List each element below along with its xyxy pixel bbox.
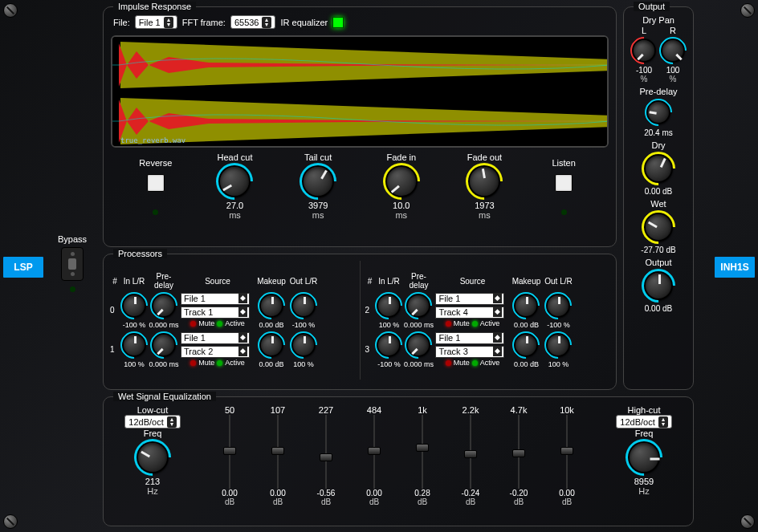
model-badge: INH1S (715, 257, 755, 278)
eq-band-freq: 2.2k (463, 405, 479, 415)
proc-num: 1 (110, 345, 120, 354)
listen-led (561, 209, 567, 215)
proc-makeup-knob[interactable] (259, 294, 283, 318)
proc-file-select[interactable]: File 1 (435, 293, 504, 305)
mute-led[interactable] (446, 321, 451, 327)
proc-predelay-value: 0.000 ms (404, 321, 434, 329)
eq-band-freq: 10k (560, 405, 574, 415)
lowcut-label: Low-cut (137, 405, 169, 415)
proc-predelay-value: 0.000 ms (149, 321, 178, 329)
fadein-knob[interactable] (385, 165, 418, 197)
eq-band-freq: 107 (271, 405, 285, 415)
proc-predelay-knob[interactable] (406, 294, 430, 318)
active-led[interactable] (472, 360, 478, 366)
active-led[interactable] (217, 360, 222, 366)
proc-out-knob[interactable] (546, 294, 570, 318)
proc-track-select[interactable]: Track 1 (181, 307, 250, 319)
proc-file-select[interactable]: File 1 (181, 293, 250, 305)
dry-knob[interactable] (644, 154, 673, 183)
tailcut-knob[interactable] (302, 165, 334, 197)
proc-in-knob[interactable] (122, 294, 146, 318)
proc-makeup-knob[interactable] (514, 294, 538, 318)
proc-predelay-knob[interactable] (152, 294, 176, 318)
file-select[interactable]: File 1▴▾ (135, 15, 177, 29)
proc-predelay-value: 0.000 ms (149, 360, 178, 368)
proc-predelay-knob[interactable] (152, 333, 176, 357)
proc-out-value: -100 % (547, 321, 570, 329)
ireq-led[interactable] (332, 17, 344, 28)
eq-band-slider[interactable] (414, 415, 430, 489)
output-panel: Output Dry Pan L -100 % R 100 % Pre-dela… (623, 6, 694, 390)
proc-track-select[interactable]: Track 4 (435, 307, 504, 319)
fft-select[interactable]: 65536▴▾ (230, 15, 276, 29)
proc-out-knob[interactable] (291, 294, 316, 318)
eq-band-gain: -0.56 (317, 489, 336, 497)
active-led[interactable] (472, 321, 478, 327)
predelay-label: Pre-delay (639, 87, 677, 96)
lowcut-freq-knob[interactable] (137, 441, 169, 473)
out-label: Output (645, 258, 671, 267)
proc-in-knob[interactable] (122, 333, 146, 357)
eq-band-gain: 0.00 (559, 489, 574, 497)
eq-panel: Wet Signal Equalization Low-cut 12dB/oct… (103, 396, 694, 526)
proc-in-value: -100 % (123, 321, 146, 329)
wet-knob[interactable] (644, 213, 673, 242)
highcut-freq-knob[interactable] (628, 441, 660, 473)
proc-makeup-knob[interactable] (514, 333, 538, 357)
impulse-response-panel: Impulse Response File: File 1▴▾ FFT fram… (103, 6, 617, 247)
proc-file-select[interactable]: File 1 (181, 332, 250, 344)
bypass-section: Bypass (58, 234, 87, 294)
headcut-label: Head cut (217, 152, 252, 162)
proc-num: 0 (110, 306, 120, 315)
mute-led[interactable] (190, 360, 196, 366)
output-title: Output (634, 2, 670, 11)
predelay-knob[interactable] (646, 100, 670, 124)
mute-led[interactable] (446, 360, 451, 366)
proc-in-knob[interactable] (377, 294, 401, 318)
screw-tr (740, 3, 755, 18)
mute-led[interactable] (190, 321, 196, 327)
bypass-label: Bypass (58, 234, 87, 244)
highcut-slope[interactable]: 12dB/oct▴▾ (616, 415, 671, 428)
proc-out-knob[interactable] (291, 333, 316, 357)
proc-makeup-knob[interactable] (259, 333, 283, 357)
eq-band-freq: 484 (367, 405, 381, 415)
eq-band-gain: 0.00 (366, 489, 381, 497)
proc-predelay-knob[interactable] (406, 333, 430, 357)
eq-band-slider[interactable] (463, 415, 479, 489)
fadeout-knob[interactable] (468, 165, 500, 197)
listen-label: Listen (552, 158, 575, 168)
eq-band-slider[interactable] (270, 415, 286, 489)
eq-band-freq: 227 (319, 405, 333, 415)
proc-file-select[interactable]: File 1 (435, 332, 504, 344)
reverse-label: Reverse (139, 158, 172, 168)
reverse-button[interactable] (147, 174, 165, 192)
eq-title: Wet Signal Equalization (113, 392, 216, 401)
proc-track-select[interactable]: Track 2 (181, 346, 250, 358)
eq-band-slider[interactable] (366, 415, 382, 489)
proc-track-select[interactable]: Track 3 (435, 346, 504, 358)
eq-band-slider[interactable] (559, 415, 575, 489)
fadeout-label: Fade out (467, 152, 502, 162)
lowcut-slope[interactable]: 12dB/oct▴▾ (124, 415, 180, 428)
headcut-knob[interactable] (218, 165, 251, 197)
proc-makeup-value: 0.00 dB (514, 321, 539, 329)
listen-button[interactable] (555, 174, 573, 192)
ireq-label: IR equalizer (280, 18, 328, 27)
dry-label: Dry (651, 140, 665, 150)
bypass-switch[interactable] (61, 247, 84, 281)
eq-band-slider[interactable] (511, 415, 527, 489)
proc-in-knob[interactable] (377, 333, 401, 357)
proc-predelay-value: 0.000 ms (404, 360, 434, 368)
drypan-label: Dry Pan (642, 15, 674, 25)
active-led[interactable] (217, 321, 222, 327)
proc-out-value: 100 % (548, 360, 569, 368)
proc-out-knob[interactable] (546, 333, 570, 357)
eq-band-slider[interactable] (318, 415, 334, 489)
output-knob[interactable] (644, 271, 673, 300)
proc-makeup-value: 0.00 dB (514, 360, 539, 368)
lsp-badge: LSP (3, 257, 43, 278)
drypan-l-knob[interactable] (632, 39, 656, 63)
drypan-r-knob[interactable] (661, 39, 685, 63)
eq-band-slider[interactable] (222, 415, 238, 489)
